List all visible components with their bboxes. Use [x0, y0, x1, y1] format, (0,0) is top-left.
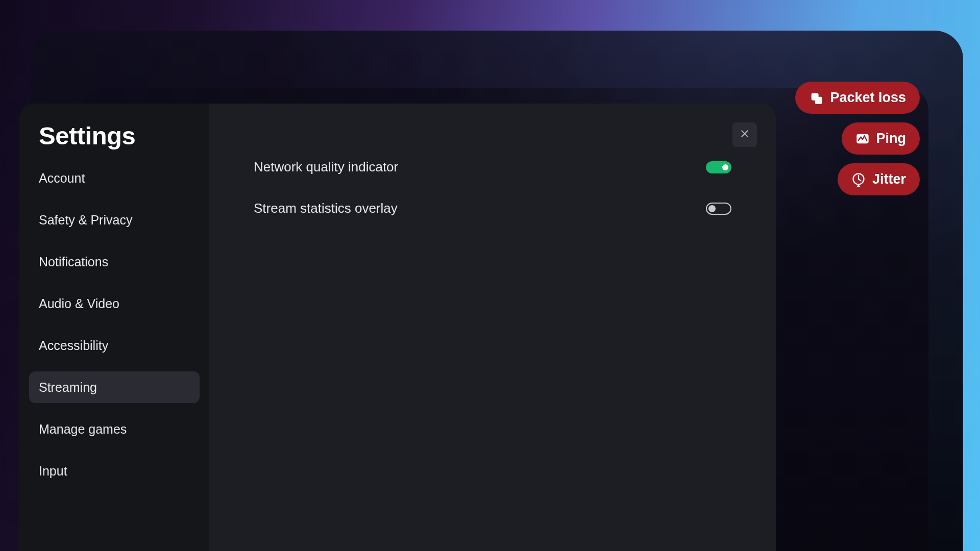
toggle-network-quality[interactable] [706, 161, 731, 173]
nav-item-notifications[interactable]: Notifications [29, 246, 200, 278]
settings-content: Network quality indicator Stream statist… [209, 104, 776, 551]
close-icon [740, 128, 750, 142]
nav-item-safety-privacy[interactable]: Safety & Privacy [29, 204, 200, 236]
network-status-pills: Packet loss Ping Jitter [795, 82, 920, 195]
jitter-icon [851, 172, 866, 187]
ping-icon [855, 132, 870, 146]
setting-network-quality: Network quality indicator [254, 146, 731, 188]
nav-item-label: Streaming [39, 380, 97, 395]
toggle-stats-overlay[interactable] [706, 203, 731, 215]
status-pill-label: Ping [876, 131, 906, 146]
packet-loss-icon [809, 91, 823, 105]
nav-item-label: Manage games [39, 422, 127, 437]
close-button[interactable] [732, 122, 757, 147]
nav-item-label: Input [39, 464, 67, 479]
nav-item-streaming[interactable]: Streaming [29, 371, 200, 403]
nav-item-audio-video[interactable]: Audio & Video [29, 288, 200, 319]
status-pill-label: Packet loss [830, 90, 906, 106]
setting-label: Stream statistics overlay [254, 201, 398, 216]
nav-item-label: Account [39, 171, 85, 186]
nav-item-account[interactable]: Account [29, 162, 200, 194]
svg-rect-1 [815, 96, 822, 104]
settings-modal: Settings Account Safety & Privacy Notifi… [19, 104, 776, 551]
settings-nav: Account Safety & Privacy Notifications A… [29, 162, 200, 487]
nav-item-label: Safety & Privacy [39, 213, 132, 228]
status-pill-jitter: Jitter [838, 163, 920, 195]
nav-item-manage-games[interactable]: Manage games [29, 413, 200, 445]
status-pill-packet-loss: Packet loss [795, 82, 920, 114]
status-pill-label: Jitter [872, 171, 906, 187]
setting-label: Network quality indicator [254, 159, 398, 175]
settings-sidebar: Settings Account Safety & Privacy Notifi… [19, 104, 209, 551]
nav-item-accessibility[interactable]: Accessibility [29, 330, 200, 361]
nav-item-label: Audio & Video [39, 296, 119, 311]
nav-item-label: Notifications [39, 255, 108, 269]
status-pill-ping: Ping [842, 122, 920, 155]
setting-stats-overlay: Stream statistics overlay [254, 188, 731, 229]
settings-title: Settings [39, 121, 200, 150]
nav-item-label: Accessibility [39, 338, 108, 353]
nav-item-input[interactable]: Input [29, 455, 200, 487]
